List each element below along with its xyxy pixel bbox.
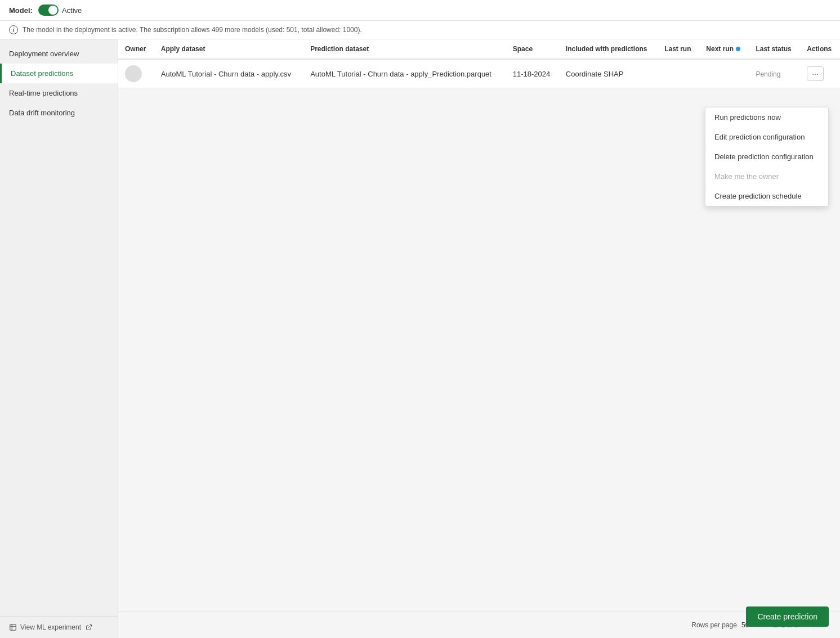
dropdown-run-predictions-now[interactable]: Run predictions now [705, 107, 828, 127]
actions-button[interactable]: ··· [807, 66, 824, 81]
next-run-dot [736, 47, 740, 51]
table-footer: Rows per page 50 25 100 1–1 of 1 ‹ › [118, 612, 840, 638]
status-badge: Pending [756, 70, 780, 78]
top-bar: Model: Active [0, 0, 840, 21]
rows-per-page-label: Rows per page [691, 621, 737, 629]
cell-prediction-dataset: AutoML Tutorial - Churn data - apply_Pre… [303, 59, 506, 88]
dropdown-edit-prediction-config[interactable]: Edit prediction configuration [705, 127, 828, 147]
info-icon: i [9, 25, 18, 34]
experiment-icon [9, 623, 17, 631]
model-toggle-container: Active [38, 5, 82, 16]
cell-included-with-predictions: Coordinate SHAP [559, 59, 658, 88]
sidebar-item-data-drift-monitoring[interactable]: Data drift monitoring [0, 103, 118, 123]
sidebar-item-deployment-overview[interactable]: Deployment overview [0, 44, 118, 64]
actions-dropdown-menu: Run predictions now Edit prediction conf… [705, 107, 829, 206]
col-next-run: Next run [699, 39, 749, 59]
content-area: Owner Apply dataset Prediction dataset S… [118, 39, 840, 638]
model-status: Active [62, 6, 82, 15]
col-owner: Owner [118, 39, 154, 59]
model-label: Model: [9, 6, 33, 15]
cell-last-status: Pending [749, 59, 800, 88]
dropdown-make-me-owner: Make me the owner [705, 167, 828, 186]
col-included-with-predictions: Included with predictions [559, 39, 658, 59]
avatar [125, 65, 142, 82]
table-container: Owner Apply dataset Prediction dataset S… [118, 39, 840, 88]
sidebar: Deployment overview Dataset predictions … [0, 39, 118, 638]
col-last-status: Last status [749, 39, 800, 59]
info-bar: i The model in the deployment is active.… [0, 21, 840, 39]
sidebar-item-dataset-predictions[interactable]: Dataset predictions [0, 64, 118, 83]
info-message: The model in the deployment is active. T… [23, 26, 362, 34]
cell-apply-dataset: AutoML Tutorial - Churn data - apply.csv [154, 59, 303, 88]
cell-last-run [658, 59, 699, 88]
sidebar-nav: Deployment overview Dataset predictions … [0, 39, 118, 127]
col-prediction-dataset: Prediction dataset [303, 39, 506, 59]
col-last-run: Last run [658, 39, 699, 59]
col-actions: Actions [800, 39, 840, 59]
main-content: Deployment overview Dataset predictions … [0, 39, 840, 638]
cell-owner [118, 59, 154, 88]
model-toggle[interactable] [38, 5, 59, 16]
col-apply-dataset: Apply dataset [154, 39, 303, 59]
view-ml-experiment-link[interactable]: View ML experiment [0, 616, 118, 638]
cell-actions: ··· [800, 59, 840, 88]
cell-space: 11-18-2024 [506, 59, 559, 88]
cell-next-run [699, 59, 749, 88]
dropdown-delete-prediction-config[interactable]: Delete prediction configuration [705, 147, 828, 167]
table-row: AutoML Tutorial - Churn data - apply.csv… [118, 59, 840, 88]
create-prediction-button[interactable]: Create prediction [746, 606, 829, 627]
predictions-table: Owner Apply dataset Prediction dataset S… [118, 39, 840, 88]
dropdown-create-prediction-schedule[interactable]: Create prediction schedule [705, 186, 828, 206]
view-ml-experiment-label: View ML experiment [20, 623, 81, 631]
col-space: Space [506, 39, 559, 59]
sidebar-item-realtime-predictions[interactable]: Real-time predictions [0, 83, 118, 103]
external-link-icon [86, 624, 92, 631]
